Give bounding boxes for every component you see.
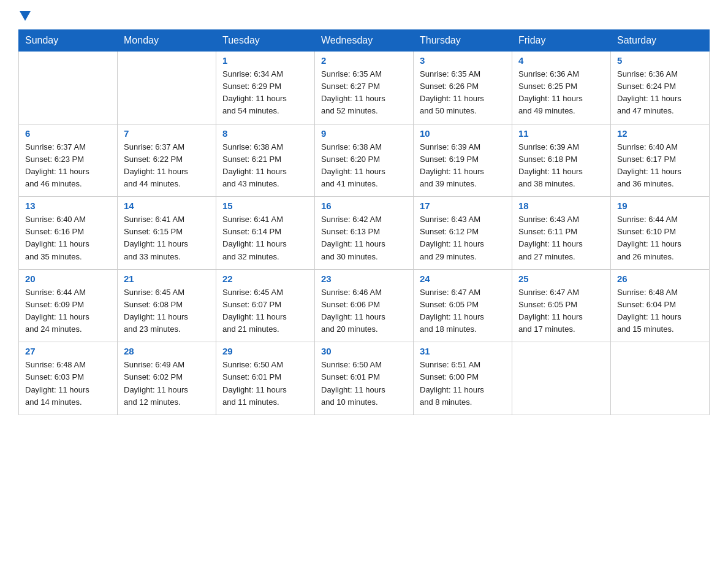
calendar-cell: 12Sunrise: 6:40 AMSunset: 6:17 PMDayligh… — [611, 124, 710, 197]
calendar-cell: 14Sunrise: 6:41 AMSunset: 6:15 PMDayligh… — [118, 197, 216, 270]
header-cell-saturday: Saturday — [611, 30, 710, 52]
header-row: SundayMondayTuesdayWednesdayThursdayFrid… — [19, 30, 710, 52]
day-number: 18 — [518, 201, 604, 211]
day-info: Sunrise: 6:41 AMSunset: 6:14 PMDaylight:… — [222, 213, 308, 263]
day-info: Sunrise: 6:44 AMSunset: 6:10 PMDaylight:… — [617, 213, 703, 263]
day-info: Sunrise: 6:35 AMSunset: 6:27 PMDaylight:… — [321, 68, 407, 118]
day-info: Sunrise: 6:43 AMSunset: 6:11 PMDaylight:… — [518, 213, 604, 263]
day-number: 20 — [25, 274, 111, 284]
day-info: Sunrise: 6:36 AMSunset: 6:25 PMDaylight:… — [518, 68, 604, 118]
day-number: 5 — [617, 55, 703, 66]
day-info: Sunrise: 6:38 AMSunset: 6:20 PMDaylight:… — [321, 141, 407, 191]
day-info: Sunrise: 6:35 AMSunset: 6:26 PMDaylight:… — [420, 68, 506, 118]
calendar-cell: 31Sunrise: 6:51 AMSunset: 6:00 PMDayligh… — [414, 342, 512, 415]
logo-triangle-icon — [20, 11, 31, 21]
day-info: Sunrise: 6:42 AMSunset: 6:13 PMDaylight:… — [321, 213, 407, 263]
calendar-cell: 18Sunrise: 6:43 AMSunset: 6:11 PMDayligh… — [512, 197, 611, 270]
day-number: 8 — [222, 128, 308, 139]
calendar-table: SundayMondayTuesdayWednesdayThursdayFrid… — [18, 29, 710, 415]
day-number: 28 — [124, 346, 210, 356]
calendar-cell — [19, 52, 118, 124]
day-number: 14 — [124, 201, 210, 211]
day-info: Sunrise: 6:50 AMSunset: 6:01 PMDaylight:… — [222, 359, 308, 408]
calendar-cell: 15Sunrise: 6:41 AMSunset: 6:14 PMDayligh… — [216, 197, 315, 270]
logo — [18, 12, 31, 20]
day-info: Sunrise: 6:45 AMSunset: 6:07 PMDaylight:… — [222, 286, 308, 336]
calendar-cell: 28Sunrise: 6:49 AMSunset: 6:02 PMDayligh… — [118, 342, 216, 415]
day-info: Sunrise: 6:38 AMSunset: 6:21 PMDaylight:… — [222, 141, 308, 191]
calendar-cell — [118, 52, 216, 124]
calendar-cell: 4Sunrise: 6:36 AMSunset: 6:25 PMDaylight… — [512, 52, 611, 124]
day-number: 25 — [518, 274, 604, 284]
page-header — [18, 12, 710, 20]
calendar-cell: 17Sunrise: 6:43 AMSunset: 6:12 PMDayligh… — [414, 197, 512, 270]
day-number: 2 — [321, 55, 407, 66]
day-info: Sunrise: 6:41 AMSunset: 6:15 PMDaylight:… — [124, 213, 210, 263]
day-number: 1 — [222, 55, 308, 66]
day-info: Sunrise: 6:43 AMSunset: 6:12 PMDaylight:… — [420, 213, 506, 263]
header-cell-tuesday: Tuesday — [216, 30, 315, 52]
calendar-cell: 5Sunrise: 6:36 AMSunset: 6:24 PMDaylight… — [611, 52, 710, 124]
calendar-cell: 3Sunrise: 6:35 AMSunset: 6:26 PMDaylight… — [414, 52, 512, 124]
day-number: 15 — [222, 201, 308, 211]
day-info: Sunrise: 6:48 AMSunset: 6:04 PMDaylight:… — [617, 286, 703, 336]
day-number: 26 — [617, 274, 703, 284]
day-info: Sunrise: 6:48 AMSunset: 6:03 PMDaylight:… — [25, 359, 111, 408]
day-number: 6 — [25, 128, 111, 139]
day-number: 23 — [321, 274, 407, 284]
calendar-cell: 7Sunrise: 6:37 AMSunset: 6:22 PMDaylight… — [118, 124, 216, 197]
day-info: Sunrise: 6:47 AMSunset: 6:05 PMDaylight:… — [518, 286, 604, 336]
day-number: 30 — [321, 346, 407, 356]
calendar-cell: 8Sunrise: 6:38 AMSunset: 6:21 PMDaylight… — [216, 124, 315, 197]
calendar-cell — [611, 342, 710, 415]
calendar-cell: 24Sunrise: 6:47 AMSunset: 6:05 PMDayligh… — [414, 269, 512, 342]
calendar-cell: 25Sunrise: 6:47 AMSunset: 6:05 PMDayligh… — [512, 269, 611, 342]
day-number: 22 — [222, 274, 308, 284]
day-info: Sunrise: 6:40 AMSunset: 6:16 PMDaylight:… — [25, 213, 111, 263]
header-cell-sunday: Sunday — [19, 30, 118, 52]
header-cell-wednesday: Wednesday — [315, 30, 414, 52]
day-info: Sunrise: 6:49 AMSunset: 6:02 PMDaylight:… — [124, 359, 210, 408]
calendar-cell: 21Sunrise: 6:45 AMSunset: 6:08 PMDayligh… — [118, 269, 216, 342]
day-number: 11 — [518, 128, 604, 139]
day-info: Sunrise: 6:37 AMSunset: 6:23 PMDaylight:… — [25, 141, 111, 191]
calendar-cell: 1Sunrise: 6:34 AMSunset: 6:29 PMDaylight… — [216, 52, 315, 124]
day-info: Sunrise: 6:51 AMSunset: 6:00 PMDaylight:… — [420, 359, 506, 408]
day-info: Sunrise: 6:45 AMSunset: 6:08 PMDaylight:… — [124, 286, 210, 336]
day-number: 7 — [124, 128, 210, 139]
day-info: Sunrise: 6:39 AMSunset: 6:19 PMDaylight:… — [420, 141, 506, 191]
day-number: 27 — [25, 346, 111, 356]
day-number: 3 — [420, 55, 506, 66]
day-info: Sunrise: 6:40 AMSunset: 6:17 PMDaylight:… — [617, 141, 703, 191]
calendar-row-1: 1Sunrise: 6:34 AMSunset: 6:29 PMDaylight… — [19, 52, 710, 124]
header-cell-monday: Monday — [118, 30, 216, 52]
calendar-row-3: 13Sunrise: 6:40 AMSunset: 6:16 PMDayligh… — [19, 197, 710, 270]
day-number: 13 — [25, 201, 111, 211]
calendar-cell: 26Sunrise: 6:48 AMSunset: 6:04 PMDayligh… — [611, 269, 710, 342]
calendar-header: SundayMondayTuesdayWednesdayThursdayFrid… — [19, 30, 710, 52]
day-number: 17 — [420, 201, 506, 211]
calendar-body: 1Sunrise: 6:34 AMSunset: 6:29 PMDaylight… — [19, 52, 710, 415]
day-info: Sunrise: 6:37 AMSunset: 6:22 PMDaylight:… — [124, 141, 210, 191]
day-number: 19 — [617, 201, 703, 211]
day-info: Sunrise: 6:44 AMSunset: 6:09 PMDaylight:… — [25, 286, 111, 336]
day-number: 24 — [420, 274, 506, 284]
calendar-cell: 30Sunrise: 6:50 AMSunset: 6:01 PMDayligh… — [315, 342, 414, 415]
day-number: 12 — [617, 128, 703, 139]
calendar-cell: 22Sunrise: 6:45 AMSunset: 6:07 PMDayligh… — [216, 269, 315, 342]
calendar-cell: 27Sunrise: 6:48 AMSunset: 6:03 PMDayligh… — [19, 342, 118, 415]
calendar-cell: 16Sunrise: 6:42 AMSunset: 6:13 PMDayligh… — [315, 197, 414, 270]
calendar-cell: 11Sunrise: 6:39 AMSunset: 6:18 PMDayligh… — [512, 124, 611, 197]
calendar-cell: 29Sunrise: 6:50 AMSunset: 6:01 PMDayligh… — [216, 342, 315, 415]
day-number: 31 — [420, 346, 506, 356]
calendar-cell: 19Sunrise: 6:44 AMSunset: 6:10 PMDayligh… — [611, 197, 710, 270]
day-number: 29 — [222, 346, 308, 356]
day-info: Sunrise: 6:34 AMSunset: 6:29 PMDaylight:… — [222, 68, 308, 118]
calendar-cell: 9Sunrise: 6:38 AMSunset: 6:20 PMDaylight… — [315, 124, 414, 197]
day-info: Sunrise: 6:46 AMSunset: 6:06 PMDaylight:… — [321, 286, 407, 336]
calendar-cell: 2Sunrise: 6:35 AMSunset: 6:27 PMDaylight… — [315, 52, 414, 124]
calendar-cell: 10Sunrise: 6:39 AMSunset: 6:19 PMDayligh… — [414, 124, 512, 197]
header-cell-friday: Friday — [512, 30, 611, 52]
day-number: 9 — [321, 128, 407, 139]
calendar-row-5: 27Sunrise: 6:48 AMSunset: 6:03 PMDayligh… — [19, 342, 710, 415]
